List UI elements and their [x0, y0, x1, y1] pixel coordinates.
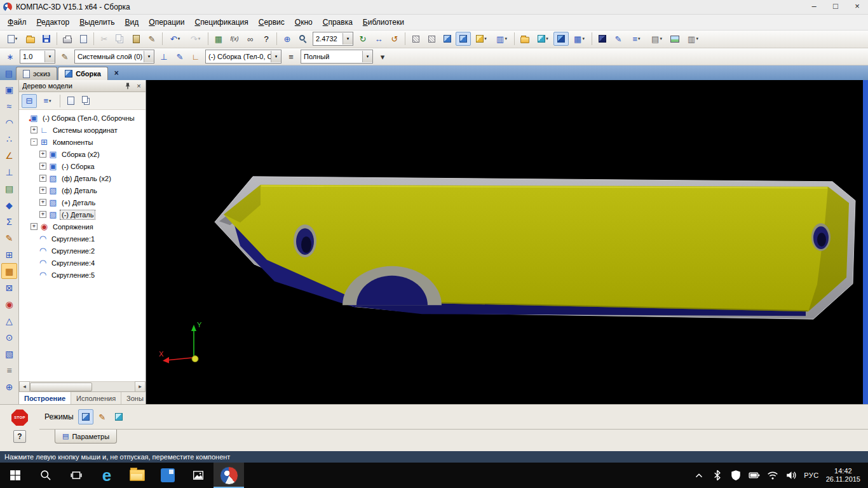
side-design-elements-button[interactable]: ⊞: [1, 247, 17, 262]
variables-button[interactable]: f(x): [227, 32, 242, 46]
pin-icon[interactable]: [123, 81, 132, 90]
zoom-area-button[interactable]: [295, 32, 311, 46]
quick-display-button[interactable]: ▥▾: [492, 32, 512, 46]
task-view-button[interactable]: [61, 463, 92, 488]
tree-tab-zones[interactable]: Зоны: [121, 392, 149, 404]
hidden-lines-view-button[interactable]: [424, 32, 439, 46]
mode-shaded-button[interactable]: [78, 409, 93, 424]
expander-icon[interactable]: +: [31, 126, 37, 133]
language-indicator[interactable]: РУС: [804, 471, 819, 479]
chevron-down-icon[interactable]: ▾: [144, 51, 154, 62]
side-surfaces-button[interactable]: ◠: [1, 114, 17, 130]
tree-close-icon[interactable]: ×: [134, 81, 144, 90]
grid-display-button[interactable]: ▦▾: [569, 32, 589, 46]
expander-icon[interactable]: +: [39, 151, 46, 158]
start-button[interactable]: [0, 463, 31, 488]
edge-button[interactable]: e: [92, 463, 122, 488]
layers-3d-button[interactable]: ≡▾: [627, 32, 646, 46]
chevron-down-icon[interactable]: ▾: [362, 51, 372, 62]
side-apps-button[interactable]: ⊕: [1, 379, 17, 395]
tree-item[interactable]: -⊞Компоненты: [19, 136, 146, 148]
section-display-button[interactable]: ▾: [533, 32, 553, 46]
viewport-3d[interactable]: Y X: [146, 80, 863, 404]
new-document-button[interactable]: ▾: [3, 32, 22, 46]
undo-button[interactable]: ↶▾: [165, 32, 185, 46]
tree-item[interactable]: +▧(ф) Деталь: [19, 184, 146, 196]
expander-icon[interactable]: +: [39, 175, 46, 182]
wireframe-view-button[interactable]: [408, 32, 423, 46]
menu-item[interactable]: Библиотеки: [358, 16, 409, 29]
menu-item[interactable]: Редактор: [32, 16, 75, 29]
file-explorer-button[interactable]: [122, 463, 153, 488]
copy-button[interactable]: [112, 32, 128, 46]
tree-extra-window-button[interactable]: [79, 94, 94, 108]
network-button[interactable]: [767, 470, 778, 481]
battery-button[interactable]: [749, 470, 760, 481]
side-arrays-button[interactable]: ∴: [1, 131, 17, 147]
side-mates-button[interactable]: ⊥: [1, 164, 17, 180]
tab-sketch[interactable]: эскиз: [16, 67, 57, 80]
refresh-image-button[interactable]: ↻: [355, 32, 370, 46]
spell-check-button[interactable]: ∞: [243, 32, 258, 46]
hide-objects-button[interactable]: [517, 32, 532, 46]
tree-item[interactable]: ▣(-) Сборка (Тел-0, Сборочны: [19, 112, 146, 124]
model-scene[interactable]: Y X: [146, 80, 863, 404]
space-mouse-button[interactable]: [595, 32, 610, 46]
insert-picture-button[interactable]: [667, 32, 682, 46]
maximize-button[interactable]: □: [825, 0, 846, 14]
specification-report-button[interactable]: ▦: [211, 32, 226, 46]
scroll-left-icon[interactable]: ◂: [19, 381, 30, 392]
zoom-scale-combo[interactable]: 2.4732▾: [313, 32, 353, 46]
side-filters-button[interactable]: ◆: [1, 197, 17, 213]
parameters-tab[interactable]: ▤ Параметры: [55, 430, 117, 444]
hole-left[interactable]: [294, 225, 316, 258]
tree-item[interactable]: +▣Сборка (x2): [19, 148, 146, 160]
detail-level-combo[interactable]: Полный▾: [301, 50, 373, 64]
hole-right[interactable]: [811, 224, 831, 252]
side-properties-button[interactable]: ≡: [1, 362, 17, 378]
tab-close-button[interactable]: ×: [111, 68, 122, 79]
menu-item[interactable]: Справка: [318, 16, 358, 29]
expander-icon[interactable]: +: [39, 211, 46, 218]
mode-sketch-button[interactable]: ✎: [95, 409, 110, 424]
expander-icon[interactable]: -: [31, 139, 37, 146]
tree-item[interactable]: +▧(+) Деталь: [19, 196, 146, 208]
print-preview-button[interactable]: [76, 32, 91, 46]
paste-button[interactable]: [128, 32, 144, 46]
side-specification-button[interactable]: Σ: [1, 214, 17, 229]
expander-icon[interactable]: +: [39, 187, 46, 194]
chevron-down-icon[interactable]: ▾: [342, 33, 353, 44]
menu-item[interactable]: Спецификация: [189, 16, 253, 29]
side-point-clouds-button[interactable]: ⊙: [1, 329, 17, 345]
print-button[interactable]: [60, 32, 75, 46]
menu-item[interactable]: Сервис: [254, 16, 290, 29]
chevron-down-icon[interactable]: ▾: [271, 51, 281, 62]
menu-item[interactable]: Выделить: [74, 16, 119, 29]
chevron-down-icon[interactable]: ▾: [44, 51, 55, 62]
search-button[interactable]: [31, 463, 61, 488]
side-aux-geometry-button[interactable]: ∠: [1, 147, 17, 163]
tree-item[interactable]: ◠Скругление:1: [19, 233, 146, 245]
tree-item[interactable]: +∟Системы координат: [19, 124, 146, 136]
tab-assembly[interactable]: Сборка: [58, 67, 108, 80]
redo-button[interactable]: ↷▾: [186, 32, 205, 46]
tree-tab-construction[interactable]: Построение: [19, 392, 71, 404]
simplified-display-button[interactable]: [553, 32, 569, 46]
tree-item[interactable]: +▧(ф) Деталь (x2): [19, 172, 146, 184]
tree-relations-button[interactable]: [63, 94, 78, 108]
tree-item[interactable]: ◠Скругление:2: [19, 245, 146, 257]
clock[interactable]: 14:42 26.11.2015: [826, 467, 860, 484]
tree-item[interactable]: +◉Сопряжения: [19, 220, 146, 233]
side-spatial-curves-button[interactable]: ≈: [1, 98, 17, 114]
tree-item[interactable]: ◠Скругление:5: [19, 269, 146, 281]
menu-item[interactable]: Операции: [144, 16, 189, 29]
tree-composition-button[interactable]: ≡▾: [37, 94, 57, 108]
tab-list-button[interactable]: ▤: [2, 67, 16, 79]
bluetooth-button[interactable]: [712, 470, 723, 481]
expander-icon[interactable]: +: [31, 223, 37, 230]
expander-icon[interactable]: +: [39, 163, 46, 170]
edit-component-button[interactable]: ✎: [172, 50, 187, 64]
side-sketch-button[interactable]: △: [1, 313, 17, 329]
menu-item[interactable]: Окно: [290, 16, 318, 29]
side-collision-check-button[interactable]: ◉: [1, 296, 17, 312]
